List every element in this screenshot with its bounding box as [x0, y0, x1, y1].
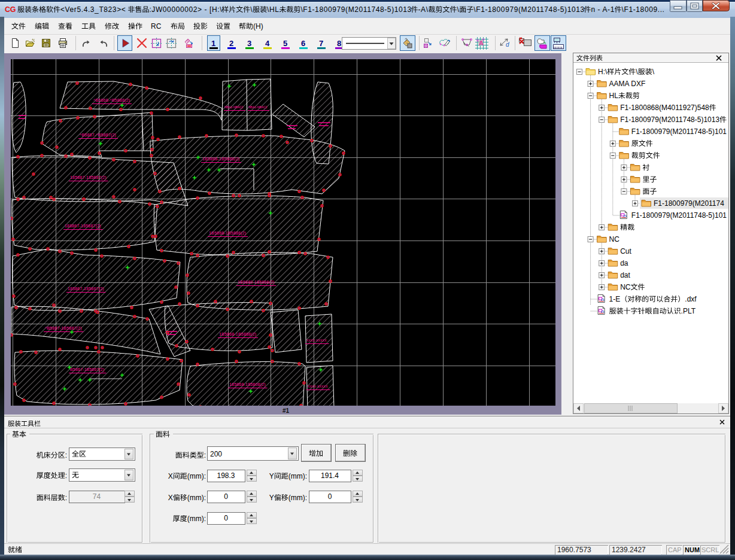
svg-text:8: 8 [337, 39, 341, 48]
svg-text:0: 0 [224, 492, 228, 501]
svg-text:A: A [479, 39, 484, 47]
svg-text:HL: HL [609, 92, 619, 100]
svg-text:Y: Y [269, 472, 274, 480]
svg-text::: : [65, 471, 67, 480]
svg-text:.dxf: .dxf [685, 295, 697, 303]
svg-text:1B5868-1B5888(2): 1B5868-1B5888(2) [219, 332, 256, 337]
svg-text:\F1-1800979(M2011748-5)1013: \F1-1800979(M2011748-5)1013 [300, 5, 411, 14]
svg-text:0: 0 [224, 514, 228, 522]
svg-text:1B5880-185868(2): 1B5880-185868(2) [238, 280, 275, 285]
svg-text:185867-185867(2): 185867-185867(2) [68, 287, 104, 291]
svg-text:\: \ [250, 5, 253, 14]
svg-text:1B5868-1B5888(2): 1B5868-1B5888(2) [202, 157, 239, 162]
svg-text:3: 3 [247, 39, 251, 48]
svg-text::: : [204, 451, 206, 459]
svg-text:SCRL: SCRL [701, 546, 719, 553]
svg-text:\F1-1800979(M2011748-5)1013: \F1-1800979(M2011748-5)1013 [473, 5, 584, 14]
svg-text:(mm):: (mm): [187, 515, 206, 523]
svg-text:0: 0 [328, 492, 332, 501]
svg-text:^B5887-1B5887(2): ^B5887-1B5887(2) [45, 326, 82, 331]
svg-text:185868-185808(2): 185868-185808(2) [229, 382, 266, 387]
svg-text:Y: Y [269, 494, 274, 502]
svg-text:(H): (H) [253, 22, 263, 31]
svg-text:#1: #1 [283, 407, 290, 414]
svg-text:\F1-18009...: \F1-18009... [622, 5, 665, 14]
svg-text:RC: RC [151, 22, 162, 31]
svg-text:F1-1800979(M2011748-5)101: F1-1800979(M2011748-5)101 [631, 127, 727, 136]
svg-text:2: 2 [229, 39, 233, 48]
svg-text:6: 6 [301, 39, 305, 48]
svg-text:191.4: 191.4 [321, 471, 339, 480]
svg-text:dat: dat [620, 271, 630, 279]
svg-text:XXXX-XXXXX: XXXX-XXXXX [308, 385, 328, 388]
svg-text:F1-1800979(M2011748-5)101: F1-1800979(M2011748-5)101 [631, 211, 727, 220]
svg-text:NUM: NUM [685, 546, 700, 553]
svg-text:4: 4 [265, 39, 270, 48]
svg-text:da: da [620, 259, 628, 267]
svg-text:(mm):: (mm): [187, 472, 206, 480]
svg-text:5: 5 [283, 39, 287, 48]
svg-text:CAP: CAP [668, 546, 682, 553]
svg-text:XXXX-XXXXX: XXXX-XXXXX [306, 339, 327, 342]
svg-text:(mm):: (mm): [187, 494, 206, 502]
svg-text:^B5887-^B5887(2): ^B5887-^B5887(2) [80, 133, 116, 138]
svg-text:NC: NC [609, 235, 620, 244]
svg-text:7: 7 [319, 39, 323, 48]
svg-text:H:\: H:\ [598, 68, 608, 76]
svg-text:\HL: \HL [267, 5, 279, 14]
svg-text:F1-1800979(M201174: F1-1800979(M201174 [654, 199, 724, 208]
svg-text:F1-1800979(M2011748-5)1013: F1-1800979(M2011748-5)1013 [620, 115, 719, 124]
svg-text::JW00000002> - [H:\: :JW00000002> - [H:\ [149, 5, 222, 14]
svg-text:CG: CG [5, 5, 16, 14]
svg-text:1B5868-1B5888(2): 1B5868-1B5888(2) [209, 231, 246, 236]
svg-text:NC: NC [620, 283, 631, 291]
svg-text:F1-1800868(M4011927)548: F1-1800868(M4011927)548 [620, 104, 709, 112]
svg-text:X: X [168, 494, 173, 502]
svg-text:198.3: 198.3 [217, 471, 235, 480]
svg-text:d: d [506, 41, 509, 48]
svg-text:<Ver5.4.3_T823><: <Ver5.4.3_T823>< [60, 5, 126, 14]
svg-text:AAMA DXF: AAMA DXF [609, 80, 646, 88]
svg-text:B5867-185867(2): B5867-185867(2) [70, 367, 105, 372]
svg-text:1960.7573: 1960.7573 [557, 546, 591, 554]
svg-text:-A\: -A\ [418, 5, 429, 14]
svg-text:Cut: Cut [620, 247, 631, 255]
svg-text:200: 200 [210, 450, 222, 458]
svg-text:(mm):: (mm): [288, 472, 307, 480]
svg-text:1: 1 [211, 39, 215, 48]
svg-text:.PLT: .PLT [681, 307, 696, 315]
svg-text:1-E: 1-E [609, 295, 621, 303]
svg-text:^B5868-^B5888(2): ^B5868-^B5888(2) [93, 98, 130, 103]
svg-text:NBA1-NBAC2: NBA1-NBAC2 [248, 105, 268, 109]
svg-text:n - A-1: n - A-1 [591, 5, 615, 14]
svg-text:\: \ [457, 5, 460, 14]
svg-text::: : [65, 451, 67, 459]
svg-text:NBA1-NBAC2: NBA1-NBAC2 [224, 105, 244, 109]
svg-text::: : [65, 494, 67, 502]
svg-text:74: 74 [93, 492, 101, 501]
svg-text:188867-185887(2): 188867-185887(2) [65, 224, 101, 229]
svg-text:185887-185887(2): 185887-185887(2) [70, 175, 107, 180]
svg-text:X: X [168, 472, 173, 480]
svg-text:(mm):: (mm): [288, 494, 307, 502]
svg-text:1239.2427: 1239.2427 [612, 546, 646, 554]
